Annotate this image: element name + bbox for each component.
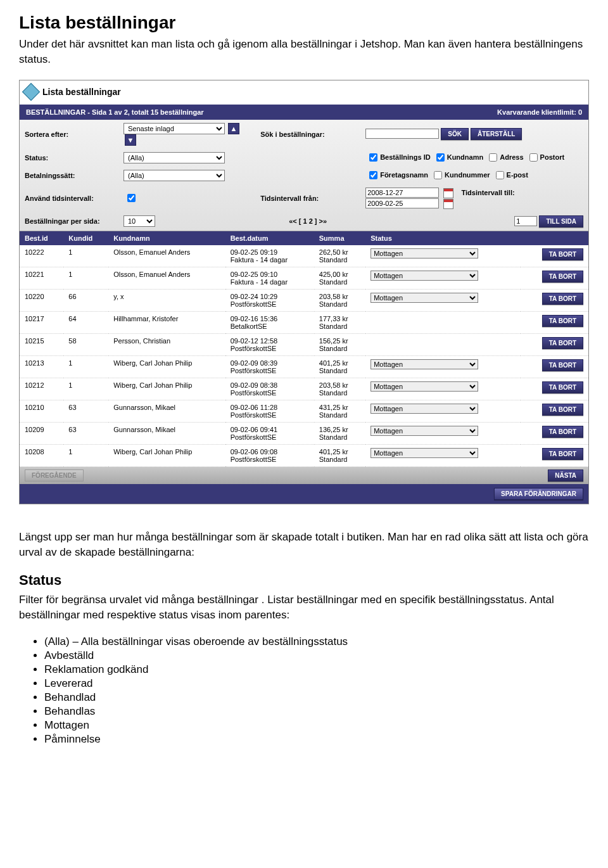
label-from: Tidsintervall från: — [255, 184, 360, 212]
cell-kundnamn[interactable]: Hillhammar, Kristofer — [108, 311, 225, 333]
cell-kundid: 1 — [63, 444, 108, 466]
delete-button[interactable]: TA BORT — [542, 271, 583, 283]
cell-kundid: 1 — [63, 267, 108, 289]
delete-button[interactable]: TA BORT — [542, 426, 583, 438]
perpage-select[interactable]: 10 — [124, 215, 155, 227]
next-button[interactable]: NÄSTA — [548, 469, 583, 482]
cb-interval[interactable] — [127, 194, 136, 202]
row-status-select[interactable]: Mottagen — [370, 359, 478, 369]
cell-bestid[interactable]: 10213 — [20, 355, 63, 378]
table-row: 102081Wiberg, Carl Johan Philip09-02-06 … — [20, 444, 588, 466]
delete-button[interactable]: TA BORT — [542, 381, 583, 393]
cell-date: 09-02-09 08:38PostförskottSE — [225, 378, 314, 400]
label-search: Sök i beställningar: — [255, 120, 360, 149]
reset-button[interactable]: ÅTERSTÄLL — [471, 128, 522, 140]
pager[interactable]: «< [ 1 2 ] >» — [255, 212, 360, 231]
cell-sum: 136,25 krStandard — [314, 422, 365, 444]
payment-select[interactable]: (Alla) — [124, 170, 225, 181]
list-item: Reklamation godkänd — [44, 663, 589, 676]
cell-kundid: 63 — [63, 422, 108, 444]
cell-bestid[interactable]: 10210 — [20, 400, 63, 422]
cell-sum: 156,25 krStandard — [314, 333, 365, 355]
label-status: Status: — [20, 149, 118, 167]
cb-kundnamn[interactable] — [436, 153, 445, 162]
sort-select[interactable]: Senaste inlagd — [124, 123, 225, 134]
cell-status: Mottagen — [365, 289, 521, 311]
row-status-select[interactable]: Mottagen — [370, 248, 478, 258]
cell-kundid: 1 — [63, 245, 108, 267]
cb-kundnr[interactable] — [434, 171, 442, 179]
page-title: Lista beställningar — [19, 13, 589, 33]
row-status-select[interactable]: Mottagen — [370, 448, 478, 458]
delete-button[interactable]: TA BORT — [542, 293, 583, 305]
cell-bestid[interactable]: 10217 — [20, 311, 63, 333]
cell-bestid[interactable]: 10208 — [20, 444, 63, 466]
cell-date: 09-02-06 09:41PostförskottSE — [225, 422, 314, 444]
cell-sum: 401,25 krStandard — [314, 355, 365, 378]
lbl-postort: Postort — [540, 153, 565, 161]
delete-button[interactable]: TA BORT — [542, 337, 583, 349]
table-row: 102131Wiberg, Carl Johan Philip09-02-09 … — [20, 355, 588, 378]
row-status-select[interactable]: Mottagen — [370, 381, 478, 392]
cb-bestid[interactable] — [369, 153, 377, 162]
delete-button[interactable]: TA BORT — [542, 359, 583, 371]
cell-date: 09-02-09 08:39PostförskottSE — [225, 355, 314, 378]
col-kundnamn: Kundnamn — [108, 231, 225, 245]
status-select[interactable]: (Alla) — [124, 152, 225, 163]
status-bullets: (Alla) – Alla beställningar visas oberoe… — [44, 635, 589, 746]
calendar-icon[interactable] — [443, 188, 453, 198]
orders-table: Best.id Kundid Kundnamn Best.datum Summa… — [20, 231, 588, 467]
cell-sum: 401,25 krStandard — [314, 444, 365, 466]
sort-asc-button[interactable]: ▲ — [228, 123, 239, 134]
cell-kundnamn[interactable]: Wiberg, Carl Johan Philip — [108, 378, 225, 400]
sort-desc-button[interactable]: ▼ — [125, 134, 136, 146]
cell-bestid[interactable]: 10215 — [20, 333, 63, 355]
cell-kundnamn[interactable]: Wiberg, Carl Johan Philip — [108, 444, 225, 466]
lbl-epost: E-post — [507, 171, 528, 179]
status-heading: Status — [19, 572, 589, 589]
delete-button[interactable]: TA BORT — [542, 315, 583, 327]
cell-date: 09-02-06 09:08PostförskottSE — [225, 444, 314, 466]
cb-epost[interactable] — [496, 171, 504, 179]
search-input[interactable] — [365, 129, 439, 139]
cell-kundnamn[interactable]: y, x — [108, 289, 225, 311]
to-input[interactable] — [365, 198, 439, 208]
row-status-select[interactable]: Mottagen — [370, 426, 478, 436]
cell-bestid[interactable]: 10222 — [20, 245, 63, 267]
cb-adress[interactable] — [489, 153, 497, 162]
cell-kundnamn[interactable]: Gunnarsson, Mikael — [108, 422, 225, 444]
col-bestdatum: Best.datum — [225, 231, 314, 245]
list-item: Behandlad — [44, 691, 589, 704]
cb-foretag[interactable] — [369, 171, 377, 179]
cell-status: Mottagen — [365, 355, 521, 378]
cell-bestid[interactable]: 10209 — [20, 422, 63, 444]
goto-page-button[interactable]: TILL SIDA — [539, 215, 583, 227]
save-button[interactable]: SPARA FÖRÄNDRINGAR — [494, 488, 583, 500]
search-button[interactable]: SÖK — [441, 128, 469, 140]
cell-kundnamn[interactable]: Persson, Christian — [108, 333, 225, 355]
delete-button[interactable]: TA BORT — [542, 248, 583, 260]
delete-button[interactable]: TA BORT — [542, 404, 583, 416]
page-input[interactable] — [514, 216, 537, 226]
cell-bestid[interactable]: 10220 — [20, 289, 63, 311]
cell-bestid[interactable]: 10221 — [20, 267, 63, 289]
row-status-select[interactable]: Mottagen — [370, 404, 478, 414]
cell-date: 09-02-24 10:29PostförskottSE — [225, 289, 314, 311]
row-status-select[interactable]: Mottagen — [370, 293, 478, 303]
cell-kundnamn[interactable]: Wiberg, Carl Johan Philip — [108, 355, 225, 378]
calendar-icon[interactable] — [443, 199, 453, 209]
cb-postort[interactable] — [529, 153, 538, 162]
prev-button[interactable]: FÖREGÅENDE — [25, 469, 84, 482]
cell-kundnamn[interactable]: Olsson, Emanuel Anders — [108, 267, 225, 289]
cell-kundnamn[interactable]: Olsson, Emanuel Anders — [108, 245, 225, 267]
table-footer: FÖREGÅENDE NÄSTA — [20, 467, 588, 484]
col-status: Status — [365, 231, 521, 245]
col-kundid: Kundid — [63, 231, 108, 245]
delete-button[interactable]: TA BORT — [542, 448, 583, 460]
cell-bestid[interactable]: 10212 — [20, 378, 63, 400]
diamond-icon — [22, 82, 40, 100]
from-input[interactable] — [365, 188, 439, 198]
cell-sum: 203,58 krStandard — [314, 378, 365, 400]
row-status-select[interactable]: Mottagen — [370, 271, 478, 281]
cell-kundnamn[interactable]: Gunnarsson, Mikael — [108, 400, 225, 422]
